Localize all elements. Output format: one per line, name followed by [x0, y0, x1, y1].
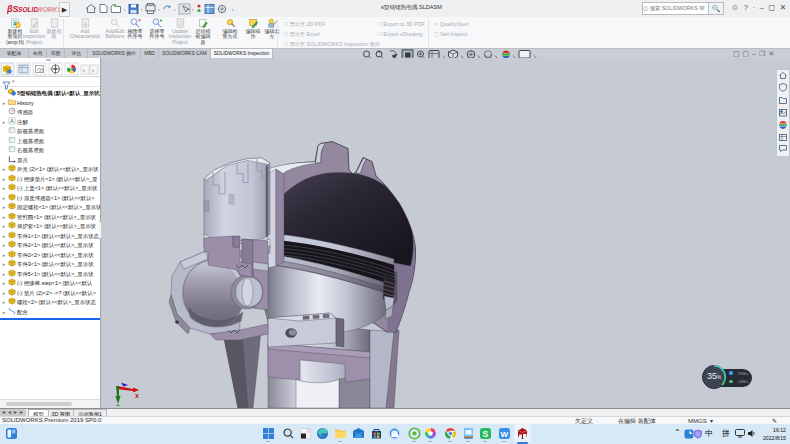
svg-text:‹: ‹ — [83, 67, 85, 73]
svg-text:›: › — [92, 67, 94, 73]
svg-text:▲: ▲ — [82, 21, 88, 27]
svg-text:A: A — [10, 118, 14, 124]
svg-text:βS: βS — [7, 4, 19, 14]
svg-text:S: S — [483, 429, 489, 439]
svg-text:SOLID: SOLID — [18, 6, 38, 13]
svg-text:x: x — [135, 392, 139, 399]
svg-text:W: W — [500, 430, 508, 439]
